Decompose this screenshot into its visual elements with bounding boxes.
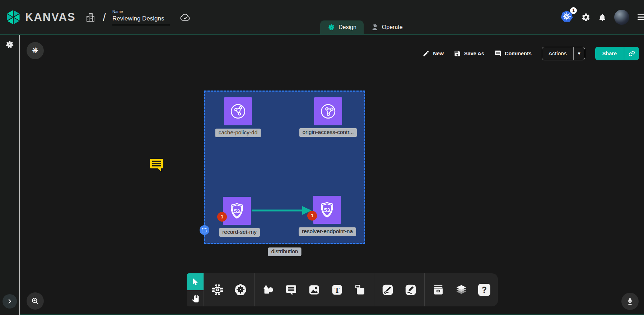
kanvas-logo[interactable]: KANVAS bbox=[5, 9, 76, 26]
caret-down-icon[interactable]: ▼ bbox=[573, 47, 585, 60]
kubernetes-wheel-icon bbox=[234, 283, 247, 297]
node-origin-access[interactable] bbox=[314, 97, 342, 125]
globe-network-icon bbox=[229, 102, 247, 121]
save-as-label: Save As bbox=[464, 51, 484, 56]
pen-path-icon bbox=[381, 283, 394, 296]
comment-icon bbox=[494, 50, 501, 57]
node-error-badge[interactable]: 1 bbox=[217, 212, 227, 222]
copy-link-icon[interactable] bbox=[624, 47, 639, 60]
kubernetes-tool-button[interactable] bbox=[229, 283, 252, 297]
node-cache-policy[interactable] bbox=[224, 97, 252, 125]
new-button[interactable]: New bbox=[423, 50, 444, 57]
mode-tabs: Design Operate bbox=[320, 20, 410, 34]
edge-pen-tool-button[interactable] bbox=[376, 283, 399, 296]
question-mark-icon: ? bbox=[478, 284, 490, 296]
settings-gear-icon[interactable] bbox=[581, 13, 591, 22]
shapes-tool-button[interactable] bbox=[257, 283, 280, 296]
text-tool-icon: T bbox=[331, 283, 344, 296]
image-icon bbox=[308, 283, 321, 296]
kubernetes-context[interactable]: 1 bbox=[560, 10, 574, 25]
user-avatar[interactable] bbox=[614, 10, 629, 25]
globe-network-icon bbox=[316, 99, 340, 124]
group-label[interactable]: distribution bbox=[268, 247, 302, 256]
svg-text:53: 53 bbox=[234, 208, 240, 214]
main: ❋ New Save As bbox=[0, 35, 644, 315]
design-name-input[interactable] bbox=[112, 14, 170, 25]
pan-tool-button[interactable] bbox=[187, 290, 204, 306]
selected-group-distribution[interactable]: cache-policy-dd origin-access-contr... bbox=[204, 91, 365, 244]
canvas-actions-button[interactable]: ❋ bbox=[27, 42, 44, 59]
group-selection-handle[interactable] bbox=[200, 225, 209, 235]
annotation-tools: T bbox=[255, 273, 374, 306]
design-name-field: Name bbox=[112, 9, 170, 25]
notifications-bell-icon[interactable] bbox=[598, 13, 607, 22]
hand-icon bbox=[191, 294, 200, 303]
image-tool-button[interactable] bbox=[303, 283, 326, 296]
expand-sidebar-button[interactable] bbox=[3, 294, 17, 309]
node-label[interactable]: origin-access-contr... bbox=[299, 128, 357, 137]
tab-operate[interactable]: Operate bbox=[364, 20, 410, 34]
pen-mode-button[interactable] bbox=[621, 293, 639, 310]
app-title: KANVAS bbox=[25, 11, 76, 24]
design-canvas[interactable]: ❋ New Save As bbox=[20, 35, 644, 315]
library-tools: ? bbox=[425, 273, 498, 306]
node-error-badge[interactable]: 1 bbox=[307, 211, 317, 221]
svg-text:T: T bbox=[335, 286, 340, 294]
tab-design[interactable]: Design bbox=[320, 20, 364, 34]
help-tool-button[interactable]: ? bbox=[473, 284, 496, 296]
share-label[interactable]: Share bbox=[595, 47, 624, 60]
comment-pin[interactable] bbox=[149, 156, 164, 174]
freehand-draw-tool-button[interactable] bbox=[399, 283, 422, 296]
header-right: 1 bbox=[560, 10, 640, 25]
comment-bubble-icon bbox=[149, 156, 164, 173]
drawer-tool-button[interactable] bbox=[427, 283, 450, 296]
pencil-icon bbox=[423, 50, 430, 57]
text-tool-button[interactable]: T bbox=[326, 283, 349, 296]
node-record-set[interactable]: 53 bbox=[223, 197, 251, 225]
bottom-toolbar: T bbox=[187, 273, 498, 306]
header: KANVAS / Name bbox=[0, 0, 644, 35]
organization-icon[interactable] bbox=[85, 12, 96, 23]
cursor-arrow-icon bbox=[191, 278, 200, 286]
drawing-tools bbox=[374, 273, 424, 306]
breadcrumb-separator: / bbox=[103, 11, 106, 23]
chevron-right-icon bbox=[6, 298, 13, 305]
zoom-button[interactable] bbox=[27, 292, 44, 310]
name-label: Name bbox=[112, 9, 170, 14]
pointer-tools bbox=[187, 273, 204, 306]
layers-icon bbox=[455, 283, 468, 296]
shapes-icon bbox=[262, 283, 275, 296]
chip-icon bbox=[211, 283, 224, 296]
kubernetes-badge: 1 bbox=[570, 7, 577, 14]
cloud-saved-icon bbox=[179, 11, 191, 23]
actions-label[interactable]: Actions bbox=[542, 47, 573, 60]
comments-button[interactable]: Comments bbox=[494, 50, 532, 57]
route53-shield-icon: 53 bbox=[228, 201, 246, 220]
hamburger-menu-icon[interactable] bbox=[638, 14, 644, 20]
comment-tool-button[interactable] bbox=[280, 283, 303, 296]
node-label[interactable]: resolver-endpoint-na bbox=[299, 227, 356, 236]
meshery-swirl-icon[interactable] bbox=[5, 40, 14, 51]
layers-tool-button[interactable] bbox=[450, 283, 473, 296]
zoom-in-icon bbox=[31, 297, 39, 305]
components-tool-button[interactable] bbox=[206, 283, 229, 296]
panel-tool-button[interactable] bbox=[349, 283, 372, 296]
design-swirl-icon bbox=[327, 23, 335, 31]
new-label: New bbox=[433, 51, 444, 56]
node-resolver-endpoint[interactable]: 53 bbox=[313, 196, 341, 224]
comments-label: Comments bbox=[505, 51, 532, 56]
node-label[interactable]: record-set-my bbox=[219, 228, 260, 237]
share-button[interactable]: Share bbox=[595, 47, 639, 60]
tab-operate-label: Operate bbox=[382, 24, 403, 31]
panel-icon bbox=[354, 283, 367, 296]
tab-design-label: Design bbox=[339, 24, 356, 31]
save-as-button[interactable]: Save As bbox=[454, 50, 484, 57]
node-label[interactable]: cache-policy-dd bbox=[215, 129, 261, 137]
component-tools bbox=[204, 273, 254, 306]
operator-person-icon bbox=[371, 23, 379, 31]
actions-dropdown[interactable]: Actions ▼ bbox=[542, 47, 585, 60]
select-tool-button[interactable] bbox=[187, 273, 204, 290]
kanvas-logo-icon bbox=[5, 9, 22, 26]
snowflake-icon: ❋ bbox=[32, 46, 38, 55]
left-sidebar bbox=[0, 35, 20, 315]
